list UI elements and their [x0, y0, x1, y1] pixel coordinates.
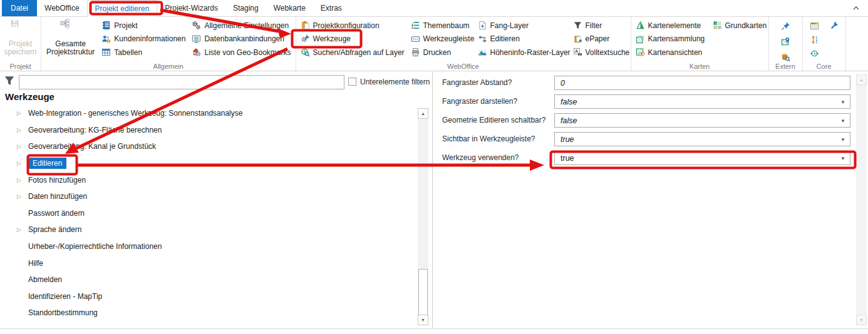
- globe-search-icon: [301, 48, 310, 57]
- ribbon-button-epaper[interactable]: ePaper: [570, 33, 629, 46]
- ribbon-button-kartensammlung[interactable]: Kartensammlung: [633, 33, 710, 46]
- tree-item-hilfe[interactable]: Hilfe: [0, 255, 413, 271]
- floppy-disk-icon: [10, 19, 31, 40]
- collapse-ribbon-icon[interactable]: [852, 4, 860, 12]
- ribbon-button-label: Drucken: [423, 48, 452, 57]
- group-label-karten: Karten: [631, 63, 768, 70]
- filter-funnel-icon: [4, 75, 15, 88]
- ribbon-group-core: Core: [803, 17, 846, 71]
- tree-item-editieren[interactable]: Editieren: [0, 155, 413, 172]
- tree-item-kg-flaeche[interactable]: Geoverarbeitung: KG-Fläche berechnen: [0, 122, 413, 139]
- tab-projekt-wizards[interactable]: Projekt-Wizards: [157, 0, 225, 16]
- tree-item-daten-hinzufuegen[interactable]: Daten hinzufügen: [0, 188, 413, 205]
- spacing-icon: [810, 35, 819, 44]
- ribbon-button-editieren[interactable]: Editieren: [475, 33, 570, 46]
- ribbon-button-allgemeine-einstellungen[interactable]: Allgemeine Einstellungen: [189, 19, 294, 32]
- project-structure-button[interactable]: Gesamte Projektstruktur: [43, 17, 98, 56]
- ribbon-button-geo-bookmarks[interactable]: Liste von Geo-Bookmarks: [189, 46, 294, 59]
- ribbon-button-label: Editieren: [490, 34, 520, 43]
- tab-staging[interactable]: Staging: [225, 0, 266, 16]
- save-project-button[interactable]: Projekt speichern: [1, 17, 39, 56]
- tree-item-kanal[interactable]: Geoverarbeitung: Kanal je Grundstück: [0, 138, 413, 155]
- property-label-geometrie-editieren-schaltbar: Geometrie Editieren schaltbar?: [442, 113, 545, 128]
- ribbon-button-styles-window[interactable]: [807, 19, 822, 33]
- ribbon-button-volltextsuche[interactable]: Volltextsuche: [570, 46, 629, 59]
- ribbon-button-tabellen[interactable]: Tabellen: [98, 46, 189, 59]
- save-project-label-2: speichern: [4, 48, 36, 56]
- tree-heading: Werkzeuge: [5, 91, 54, 102]
- ribbon-button-map-pin[interactable]: [778, 35, 793, 48]
- tab-extras[interactable]: Extras: [313, 0, 349, 16]
- scrollbar-thumb[interactable]: [418, 269, 428, 315]
- scroll-up-icon[interactable]: ▲: [856, 74, 867, 85]
- expander-icon[interactable]: [17, 127, 28, 133]
- ribbon: Projekt speichern Projekt Gesamte Projek…: [0, 17, 868, 71]
- properties-scrollbar[interactable]: ▲ ▼: [856, 74, 867, 325]
- ribbon-button-kartenelemente[interactable]: Kartenelemente: [633, 19, 710, 32]
- scroll-up-icon[interactable]: ▲: [418, 108, 428, 119]
- ribbon-button-werkzeugleiste[interactable]: Werkzeugleiste: [408, 33, 475, 46]
- mountains-icon: [478, 48, 487, 57]
- ribbon-button-projektkonfiguration[interactable]: Projektkonfiguration: [297, 19, 408, 32]
- ribbon-button-kundeninformationen[interactable]: Kundeninformationen: [98, 33, 189, 46]
- project-structure-icon: [60, 19, 81, 40]
- property-select-fangraster-darstellen[interactable]: false: [554, 94, 850, 109]
- tab-projekt-editieren[interactable]: Projekt editieren: [87, 0, 158, 17]
- expander-icon[interactable]: [17, 160, 28, 166]
- tree-item-urheber[interactable]: Urheber-/Kopierrechtliche Informationen: [0, 238, 413, 255]
- ribbon-button-label: Grundkarten: [725, 21, 767, 30]
- ribbon-button-kartenansichten[interactable]: Kartenansichten: [633, 46, 710, 59]
- ribbon-button-hoeheninfo-raster-layer[interactable]: Höheninfo-Raster-Layer: [475, 46, 570, 59]
- funnel-icon: [573, 21, 582, 30]
- ribbon-button-bucket-search[interactable]: [778, 51, 793, 64]
- ribbon-button-label: Kundeninformationen: [114, 34, 185, 43]
- property-select-werkzeug-verwenden[interactable]: true: [554, 151, 850, 165]
- ribbon-button-history[interactable]: [807, 47, 822, 60]
- tab-weboffice[interactable]: WebOffice: [37, 0, 87, 16]
- expander-icon[interactable]: [17, 143, 28, 149]
- bucket-search-icon: [781, 53, 790, 62]
- ribbon-button-projekt[interactable]: Projekt: [98, 19, 189, 32]
- tree-filter-input[interactable]: [19, 75, 344, 89]
- tab-datei[interactable]: Datei: [2, 0, 37, 16]
- ribbon-button-label: Volltextsuche: [586, 48, 630, 57]
- edit-arrows-icon: [478, 34, 487, 44]
- ribbon-button-label: Werkzeuge: [313, 34, 351, 43]
- tree-item-fotos-hinzufuegen[interactable]: Fotos hinzufügen: [0, 171, 413, 188]
- ribbon-button-label: Projekt: [114, 21, 137, 30]
- ribbon-button-themenbaum[interactable]: Themenbaum: [408, 19, 475, 32]
- expander-icon[interactable]: [17, 193, 28, 200]
- tree-item-sprache-aendern[interactable]: Sprache ändern: [0, 221, 413, 238]
- tree-item-abmelden[interactable]: Abmelden: [0, 271, 413, 288]
- tree-item-web-integration[interactable]: Web-Integration - generisches Werkzeug: …: [0, 105, 413, 122]
- tree-item-identifizieren-maptip[interactable]: Identifizieren - MapTip: [0, 288, 413, 305]
- ribbon-button-werkzeuge[interactable]: Werkzeuge: [297, 33, 408, 46]
- ribbon-button-fang-layer[interactable]: Fang-Layer: [475, 19, 570, 32]
- ribbon-button-grundkarten[interactable]: Grundkarten: [710, 19, 767, 32]
- expander-icon[interactable]: [17, 110, 28, 116]
- property-select-sichtbar-in-werkzeugleiste[interactable]: true: [554, 132, 850, 146]
- property-label-werkzeug-verwenden: Werkzeug verwenden?: [442, 151, 519, 165]
- ribbon-button-filter[interactable]: Filter: [570, 19, 629, 32]
- ribbon-button-datenbankanbindungen[interactable]: Datenbankanbindungen: [189, 33, 294, 46]
- ribbon-button-pushpin[interactable]: [778, 19, 793, 33]
- ribbon-button-label: Höheninfo-Raster-Layer: [490, 48, 571, 57]
- scroll-down-icon[interactable]: ▼: [856, 315, 867, 325]
- ribbon-button-drucken[interactable]: Drucken: [408, 46, 475, 59]
- ribbon-button-suchen-abfragen[interactable]: Suchen/Abfragen auf Layer: [297, 46, 408, 59]
- ribbon-button-spacing[interactable]: [807, 33, 822, 46]
- subelements-filter-checkbox[interactable]: [348, 78, 356, 86]
- expander-icon[interactable]: [17, 226, 28, 233]
- property-select-geometrie-editieren-schaltbar[interactable]: false: [554, 113, 850, 128]
- property-input-fangraster-abstand[interactable]: 0: [554, 76, 850, 90]
- theme-tree-icon: [411, 21, 420, 30]
- expander-icon[interactable]: [17, 177, 28, 183]
- tab-webkarte[interactable]: Webkarte: [266, 0, 313, 16]
- tree-scrollbar[interactable]: ▲ ▼: [418, 108, 428, 325]
- scroll-down-icon[interactable]: ▼: [418, 315, 428, 325]
- tree-item-standortbestimmung[interactable]: Standortbestimmung: [0, 305, 413, 321]
- property-label-fangraster-abstand: Fangraster Abstand?: [442, 76, 512, 90]
- tree-item-passwort-aendern[interactable]: Passwort ändern: [0, 205, 413, 222]
- pushpin-icon: [781, 21, 790, 31]
- ribbon-button-wrench[interactable]: [826, 19, 842, 33]
